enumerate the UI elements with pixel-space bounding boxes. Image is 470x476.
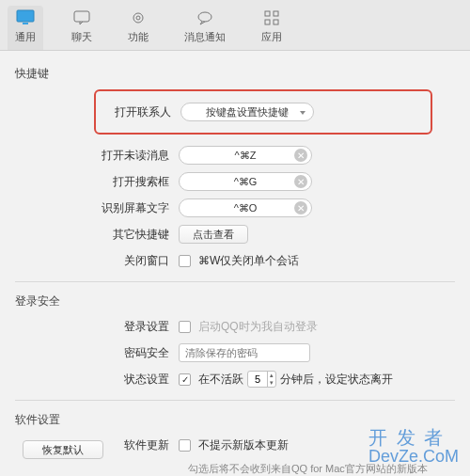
tab-label: 应用 <box>261 30 282 44</box>
svg-rect-8 <box>265 20 270 24</box>
login-setting-label: 登录设置 <box>0 319 179 335</box>
search-label: 打开搜索框 <box>0 174 179 190</box>
tab-notifications[interactable]: 消息通知 <box>177 6 233 50</box>
suppress-update-checkbox[interactable] <box>179 439 191 452</box>
chat-bubble-icon <box>71 8 92 28</box>
tab-label: 消息通知 <box>184 30 226 44</box>
shortcut-value: ^⌘Z <box>235 150 257 162</box>
tab-apps[interactable]: 应用 <box>254 6 290 50</box>
divider <box>15 400 455 401</box>
section-shortcuts-title: 快捷键 <box>0 62 470 86</box>
tab-label: 功能 <box>128 30 149 44</box>
clear-icon[interactable]: ✕ <box>294 201 307 214</box>
idle-status-checkbox[interactable] <box>179 373 191 386</box>
status-prefix: 在不活跃 <box>198 372 243 388</box>
svg-rect-2 <box>74 11 89 22</box>
svg-rect-0 <box>17 10 34 22</box>
section-login-title: 登录安全 <box>0 290 470 313</box>
tab-label: 通用 <box>15 30 36 44</box>
unread-shortcut-field[interactable]: ^⌘Z ✕ <box>179 146 312 165</box>
clear-password-input[interactable] <box>179 343 310 362</box>
restore-defaults-button[interactable]: 恢复默认 <box>23 440 103 459</box>
auto-login-checkbox-label: 启动QQ时为我自动登录 <box>198 319 318 335</box>
tab-label: 聊天 <box>71 30 92 44</box>
shortcut-value: ^⌘O <box>234 202 258 214</box>
content-area: 快捷键 打开联系人 按键盘设置快捷键 打开未读消息 ^⌘Z ✕ 打开搜索框 ^⌘… <box>0 51 470 476</box>
svg-point-4 <box>136 16 140 20</box>
svg-point-3 <box>133 13 143 23</box>
divider <box>15 281 455 282</box>
shortcut-value: ^⌘G <box>234 176 258 188</box>
open-contacts-label: 打开联系人 <box>96 104 180 120</box>
idle-minutes-stepper[interactable]: ▴▾ <box>247 371 276 388</box>
preferences-toolbar: 通用 聊天 功能 消息通知 应用 <box>0 0 470 51</box>
password-label: 密码安全 <box>0 345 179 361</box>
monitor-icon <box>15 8 36 28</box>
close-window-label: 关闭窗口 <box>0 253 179 269</box>
svg-rect-1 <box>23 23 28 24</box>
stepper-down[interactable]: ▾ <box>268 379 275 387</box>
search-shortcut-field[interactable]: ^⌘G ✕ <box>179 172 312 191</box>
clear-icon[interactable]: ✕ <box>294 175 307 188</box>
tab-chat[interactable]: 聊天 <box>64 6 100 50</box>
close-window-checkbox[interactable] <box>179 255 191 267</box>
clear-icon[interactable]: ✕ <box>294 149 307 162</box>
view-other-shortcuts-button[interactable]: 点击查看 <box>179 225 248 244</box>
watermark-line2: DevZe.CoM <box>368 448 459 467</box>
stepper-up[interactable]: ▴ <box>268 372 275 379</box>
suppress-update-checkbox-label: 不提示新版本更新 <box>198 437 289 453</box>
unread-label: 打开未读消息 <box>0 148 179 164</box>
svg-rect-6 <box>265 11 270 16</box>
highlighted-shortcut-row: 打开联系人 按键盘设置快捷键 <box>94 89 432 135</box>
gear-icon <box>128 8 149 28</box>
ocr-shortcut-field[interactable]: ^⌘O ✕ <box>179 198 312 217</box>
close-window-checkbox-label: ⌘W仅关闭单个会话 <box>198 253 299 269</box>
watermark-line1: 开 发 者 <box>368 427 459 448</box>
tab-features[interactable]: 功能 <box>120 6 156 50</box>
other-shortcuts-label: 其它快捷键 <box>0 227 179 243</box>
grid-icon <box>261 8 282 28</box>
svg-rect-9 <box>274 20 278 24</box>
svg-rect-7 <box>274 11 278 16</box>
footer: 恢复默认 <box>23 440 103 459</box>
auto-login-checkbox[interactable] <box>179 321 191 333</box>
svg-point-5 <box>198 12 212 22</box>
idle-minutes-input[interactable] <box>248 373 267 385</box>
open-contacts-shortcut-field[interactable]: 按键盘设置快捷键 <box>180 103 314 121</box>
watermark: 开 发 者 DevZe.CoM <box>368 427 459 467</box>
shortcut-value: 按键盘设置快捷键 <box>206 105 289 119</box>
status-label: 状态设置 <box>0 372 179 388</box>
ocr-label: 识别屏幕文字 <box>0 200 179 216</box>
status-suffix: 分钟后，设定状态离开 <box>280 372 393 388</box>
tab-general[interactable]: 通用 <box>8 6 43 50</box>
speech-icon <box>195 8 215 28</box>
